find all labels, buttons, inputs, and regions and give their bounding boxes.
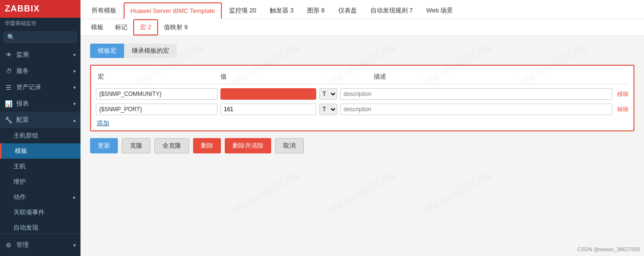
macro-name-input-2[interactable]	[96, 104, 218, 115]
config-icon: 🔧	[5, 116, 12, 124]
sidebar-sub-label: 主机	[13, 162, 26, 171]
tab-dashboard[interactable]: 仪表盘	[332, 2, 363, 19]
full-clone-button[interactable]: 全克隆	[154, 138, 189, 153]
sidebar-search-box[interactable]: 🔍	[4, 32, 77, 43]
cancel-button[interactable]: 取消	[275, 138, 304, 153]
sidebar-item-config[interactable]: 🔧 配置 ▴	[0, 112, 80, 128]
table-row: T 移除	[96, 86, 629, 102]
template-macro-tab-button[interactable]: 模板宏	[90, 44, 124, 58]
tab-monitor-items[interactable]: 监控项 20	[223, 2, 263, 19]
table-header: 宏 值 描述	[96, 70, 629, 84]
delete-button[interactable]: 删除	[193, 138, 221, 153]
sidebar-nav: 👁 监测 ▾ ⏱ 服务 ▾ ☰ 资产记录 ▾ 📊 报表 ▾ 🔧 配置 ▴ 主机群…	[0, 47, 80, 233]
sidebar-sub-label: 关联项事件	[13, 208, 45, 217]
tab-graphs[interactable]: 图形 8	[301, 2, 331, 19]
sub-tab-macro[interactable]: 宏 2	[133, 19, 158, 35]
macro-desc-input-1[interactable]	[340, 88, 612, 100]
sidebar-admin-section: ⚙ 管理 ▾	[0, 233, 80, 256]
macro-desc-input-2[interactable]	[340, 104, 612, 115]
sidebar-item-correlation[interactable]: 关联项事件	[0, 205, 80, 220]
inherited-macro-tab-button[interactable]: 继承模板的宏	[124, 44, 177, 58]
sidebar-sub-label: 自动发现	[13, 223, 38, 232]
search-input[interactable]	[15, 34, 73, 41]
sidebar-item-hostgroup[interactable]: 主机群组	[0, 128, 80, 143]
sidebar-item-admin[interactable]: ⚙ 管理 ▾	[0, 237, 80, 253]
remove-macro-link-1[interactable]: 移除	[617, 90, 629, 98]
tab-autodiscovery-rules[interactable]: 自动发现规则 7	[364, 2, 419, 19]
assets-icon: ☰	[5, 84, 12, 91]
chevron-down-icon: ▾	[73, 52, 76, 58]
csdn-badge: CSDN @weixin_38627000	[577, 246, 640, 252]
sidebar-item-template[interactable]: 模板	[0, 143, 80, 159]
table-row: T 移除	[96, 102, 629, 117]
remove-macro-link-2[interactable]: 移除	[617, 105, 629, 114]
sidebar-sub-label: 维护	[13, 177, 26, 186]
macro-value-input-2[interactable]	[220, 104, 316, 115]
clone-button[interactable]: 克隆	[122, 138, 150, 153]
tab-web[interactable]: Web 场景	[420, 2, 459, 19]
macro-type-select-1[interactable]: T	[319, 88, 337, 100]
top-tabs: 所有模板 Huawei Server iBMC Template 监控项 20 …	[80, 0, 644, 19]
sidebar-item-label: 管理	[16, 241, 29, 249]
update-button[interactable]: 更新	[90, 138, 118, 153]
service-icon: ⏱	[5, 68, 12, 75]
sidebar-item-label: 资产记录	[16, 83, 41, 92]
admin-icon: ⚙	[5, 242, 12, 249]
sidebar-item-host[interactable]: 主机	[0, 159, 80, 174]
header-type	[355, 72, 374, 81]
sidebar-item-label: 报表	[16, 99, 29, 108]
sidebar-item-report[interactable]: 📊 报表 ▾	[0, 95, 80, 112]
main-content: 所有模板 Huawei Server iBMC Template 监控项 20 …	[80, 0, 644, 256]
sidebar-sub-label: 主机群组	[13, 131, 38, 140]
sub-tab-valuemap[interactable]: 值映射 9	[158, 20, 194, 35]
sidebar-sub-label: 模板	[15, 147, 27, 155]
tab-triggers[interactable]: 触发器 3	[264, 2, 300, 19]
sidebar-item-autodiscovery[interactable]: 自动发现	[0, 220, 80, 233]
chevron-down-icon: ▾	[73, 69, 76, 74]
macro-name-input-1[interactable]	[96, 88, 218, 100]
macro-type-select-2[interactable]: T	[319, 104, 337, 115]
page-body: 模板宏 继承模板的宏 宏 值 描述 T 移除	[80, 36, 644, 256]
logo-text: ZABBIX	[5, 4, 40, 14]
sidebar-sub-label: 动作	[13, 193, 26, 201]
tab-all-templates[interactable]: 所有模板	[85, 2, 123, 19]
sidebar-item-label: 配置	[16, 116, 29, 124]
chevron-up-icon: ▴	[73, 117, 76, 123]
sidebar-item-action[interactable]: 动作 ▸	[0, 189, 80, 205]
delete-clear-button[interactable]: 删除并清除	[225, 138, 271, 153]
sidebar-item-maintenance[interactable]: 维护	[0, 174, 80, 189]
header-value: 值	[220, 72, 355, 81]
chevron-down-icon: ▾	[73, 243, 76, 248]
sub-tab-template[interactable]: 模板	[85, 20, 109, 35]
tab-huawei-template[interactable]: Huawei Server iBMC Template	[124, 2, 222, 19]
sidebar-item-assets[interactable]: ☰ 资产记录 ▾	[0, 79, 80, 95]
sub-tab-tag[interactable]: 标记	[109, 20, 133, 35]
monitor-icon: 👁	[5, 51, 12, 58]
sub-tabs: 模板 标记 宏 2 值映射 9	[80, 19, 644, 36]
sidebar-item-monitor[interactable]: 👁 监测 ▾	[0, 47, 80, 63]
report-icon: 📊	[5, 100, 12, 107]
header-macro: 宏	[96, 72, 220, 81]
sidebar-item-label: 监测	[16, 50, 29, 59]
chevron-right-icon: ▸	[73, 195, 76, 200]
add-macro-link[interactable]: 添加	[96, 119, 109, 128]
sidebar-subtitle: 华盟基础监控	[0, 18, 80, 30]
sidebar: ZABBIX 华盟基础监控 🔍 👁 监测 ▾ ⏱ 服务 ▾ ☰ 资产记录 ▾ 📊…	[0, 0, 80, 256]
sidebar-item-label: 服务	[16, 67, 29, 75]
macro-tabs: 模板宏 继承模板的宏	[90, 44, 634, 58]
chevron-down-icon: ▾	[73, 101, 76, 106]
chevron-down-icon: ▾	[73, 85, 76, 90]
action-buttons: 更新 克隆 全克隆 删除 删除并清除 取消	[90, 138, 634, 153]
header-description: 描述	[374, 72, 629, 81]
search-icon: 🔍	[7, 34, 15, 41]
macro-value-input-1[interactable]	[220, 88, 316, 100]
sidebar-item-service[interactable]: ⏱ 服务 ▾	[0, 63, 80, 79]
sidebar-logo: ZABBIX	[0, 0, 80, 18]
macro-table: 宏 值 描述 T 移除 T	[90, 65, 634, 131]
